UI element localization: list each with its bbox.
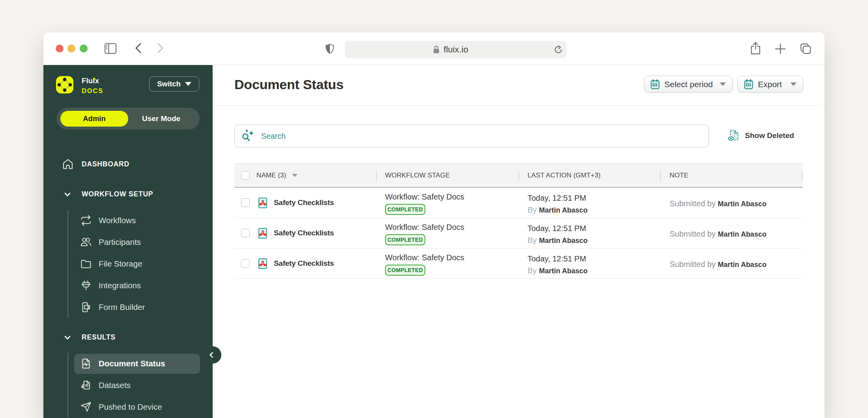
sidebar-item-pushed-to-device[interactable]: Pushed to Device <box>80 401 162 413</box>
workflow-stage: Workflow: Safety Docs <box>385 253 464 262</box>
sidebar-item-document-status[interactable]: Document Status <box>80 358 165 369</box>
search-input[interactable]: Search <box>234 125 709 147</box>
sidebar-collapse-button[interactable] <box>204 346 221 364</box>
home-icon <box>62 158 74 170</box>
document-name[interactable]: Safety Checklists <box>274 259 334 268</box>
chevron-down-icon <box>64 334 71 341</box>
row-checkbox[interactable] <box>241 259 250 268</box>
zoom-window-button[interactable] <box>80 45 88 52</box>
close-window-button[interactable] <box>56 45 64 52</box>
document-name[interactable]: Safety Checklists <box>274 198 334 207</box>
show-deleted-toggle[interactable]: Show Deleted <box>728 129 794 142</box>
back-button[interactable] <box>133 42 145 54</box>
chevron-down-icon <box>790 82 797 86</box>
note-text: Submitted by Martin Abasco <box>670 260 767 269</box>
sidebar-item-datasets[interactable]: Datasets <box>80 379 131 391</box>
row-checkbox[interactable] <box>241 229 250 237</box>
workflow-stage: Workflow: Safety Docs <box>385 192 464 202</box>
padlock-icon <box>433 45 440 54</box>
note-text: Submitted by Martin Abasco <box>670 230 767 239</box>
sidebar-item-workflows[interactable]: Workflows <box>80 215 136 226</box>
sidebar: Fluix DOCS Switch Admin User Mode <box>43 65 213 418</box>
column-header-name[interactable]: NAME (3) <box>256 172 286 179</box>
column-header-workflow-stage[interactable]: WORKFLOW STAGE <box>385 172 450 179</box>
row-checkbox[interactable] <box>241 198 250 207</box>
table-header: NAME (3) WORKFLOW STAGE LAST ACTION (GMT… <box>234 163 803 188</box>
shield-icon[interactable] <box>325 41 335 57</box>
forward-button[interactable] <box>153 42 166 54</box>
browser-chrome: fluix.io <box>43 32 825 65</box>
document-name[interactable]: Safety Checklists <box>274 229 334 237</box>
url-bar[interactable]: fluix.io <box>345 41 567 58</box>
sidebar-group-workflow-setup[interactable]: WORKFLOW SETUP <box>64 190 153 198</box>
chevron-down-icon <box>64 190 71 198</box>
screen: fluix.io <box>0 0 868 418</box>
url-text: fluix.io <box>443 45 468 55</box>
last-action-time: Today, 12:51 PM <box>528 194 586 203</box>
table-row[interactable]: Safety Checklists Workflow: Safety Docs … <box>234 248 803 279</box>
share-icon[interactable] <box>750 41 761 56</box>
note-text: Submitted by Martin Abasco <box>670 199 767 208</box>
fluix-logo-icon[interactable] <box>56 76 73 93</box>
sidebar-item-dashboard[interactable]: DASHBOARD <box>62 158 129 170</box>
mode-admin-tab[interactable]: Admin <box>60 111 128 127</box>
paper-plane-icon <box>80 401 92 413</box>
pdf-file-icon <box>258 228 267 239</box>
status-badge: COMPLETED <box>385 265 425 276</box>
calendar-icon <box>651 79 660 90</box>
nav-indent-line <box>67 353 68 418</box>
sidebar-group-results[interactable]: RESULTS <box>64 333 116 341</box>
last-action-time: Today, 12:51 PM <box>528 254 586 263</box>
select-all-checkbox[interactable] <box>241 171 250 180</box>
tab-overview-icon[interactable] <box>800 43 812 55</box>
sidebar-item-participants[interactable]: Participants <box>80 236 141 248</box>
mode-toggle: Admin User Mode <box>56 108 200 130</box>
search-icon <box>241 129 256 144</box>
datasets-icon <box>80 379 92 391</box>
sidebar-item-form-builder[interactable]: Form Builder <box>80 301 145 313</box>
table-row[interactable]: Safety Checklists Workflow: Safety Docs … <box>234 188 803 218</box>
minimize-window-button[interactable] <box>67 45 75 52</box>
chevron-down-icon <box>185 82 191 86</box>
status-badge: COMPLETED <box>385 234 425 245</box>
workflow-stage: Workflow: Safety Docs <box>385 223 464 232</box>
app: Fluix DOCS Switch Admin User Mode <box>43 65 825 418</box>
column-separator <box>660 171 661 181</box>
mode-user-tab[interactable]: User Mode <box>128 111 194 127</box>
last-action-by: By Martin Abasco <box>528 236 587 245</box>
column-separator <box>376 171 377 181</box>
header-divider <box>213 105 825 106</box>
plug-icon <box>80 280 92 291</box>
brand-name: Fluix <box>82 77 103 85</box>
chevron-left-icon <box>209 352 214 358</box>
new-tab-icon[interactable] <box>774 43 786 55</box>
pdf-file-icon <box>258 258 267 269</box>
sort-descending-icon[interactable] <box>292 174 297 177</box>
export-button[interactable]: Export <box>737 76 803 93</box>
reload-icon[interactable] <box>553 45 563 55</box>
table-row[interactable]: Safety Checklists Workflow: Safety Docs … <box>234 218 803 248</box>
last-action-by: By Martin Abasco <box>528 266 587 275</box>
last-action-time: Today, 12:51 PM <box>528 224 586 233</box>
main-content: Document Status Select period <box>213 65 825 418</box>
column-header-note[interactable]: NOTE <box>670 172 688 179</box>
product-name: DOCS <box>82 86 103 95</box>
form-builder-icon <box>80 301 92 313</box>
pdf-file-icon <box>258 198 267 208</box>
switch-button[interactable]: Switch <box>149 77 199 91</box>
select-period-button[interactable]: Select period <box>644 76 733 93</box>
sidebar-item-integrations[interactable]: Integrations <box>80 280 141 291</box>
sidebar-toggle-icon[interactable] <box>104 42 117 55</box>
column-header-last-action[interactable]: LAST ACTION (GMT+3) <box>528 172 600 179</box>
column-separator <box>802 171 803 181</box>
documents-table: NAME (3) WORKFLOW STAGE LAST ACTION (GMT… <box>234 163 803 279</box>
last-action-by: By Martin Abasco <box>528 205 587 215</box>
show-deleted-icon <box>728 129 739 142</box>
sidebar-item-file-storage[interactable]: File Storage <box>80 258 142 270</box>
browser-window: fluix.io <box>43 32 825 418</box>
document-status-icon <box>80 358 92 369</box>
folder-icon <box>80 258 92 270</box>
brand-block: Fluix DOCS <box>82 77 103 95</box>
calendar-icon <box>744 79 753 90</box>
participants-icon <box>80 236 92 248</box>
